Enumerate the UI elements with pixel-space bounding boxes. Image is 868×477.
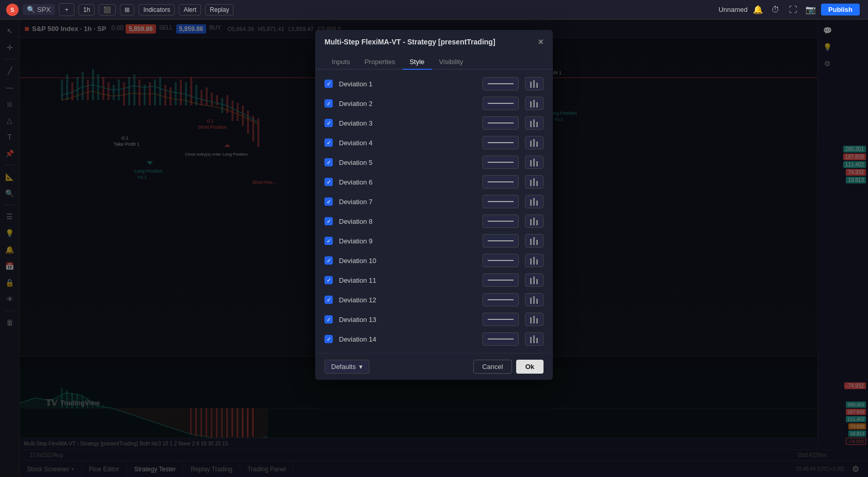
ok-button[interactable]: Ok	[516, 360, 544, 374]
deviation-bars-button-6[interactable]	[525, 175, 544, 189]
deviation-line-button-14[interactable]	[483, 332, 519, 346]
svg-rect-71	[530, 121, 532, 127]
deviation-checkbox-12[interactable]	[324, 296, 333, 304]
deviation-row-5: Deviation 5	[315, 152, 553, 172]
deviation-checkbox-4[interactable]	[324, 139, 333, 147]
svg-rect-95	[530, 278, 532, 284]
svg-rect-81	[533, 178, 535, 186]
defaults-button[interactable]: Defaults ▾	[324, 360, 369, 374]
deviation-checkbox-2[interactable]	[324, 99, 333, 107]
deviation-bars-button-13[interactable]	[525, 313, 544, 326]
deviation-row-6: Deviation 6	[315, 172, 553, 192]
deviation-line-button-11[interactable]	[483, 273, 519, 287]
deviation-line-button-10[interactable]	[483, 254, 519, 267]
indicators-button[interactable]: Indicators	[138, 4, 175, 16]
dialog-title: Multi-Step FlexiMA-VT - Strategy [presen…	[324, 38, 495, 46]
user-avatar[interactable]: S	[6, 4, 19, 16]
deviation-checkbox-3[interactable]	[324, 119, 333, 127]
deviation-label-11: Deviation 11	[339, 276, 476, 284]
svg-rect-68	[530, 101, 532, 107]
deviation-line-button-8[interactable]	[483, 214, 519, 228]
svg-rect-100	[536, 299, 538, 304]
top-bar: S 🔍 SPX ＋ 1h ⬛ ⊞ Indicators Alert Replay…	[0, 0, 868, 20]
deviation-line-button-2[interactable]	[483, 97, 519, 110]
deviation-row-12: Deviation 12	[315, 290, 553, 310]
dialog-close-button[interactable]: ×	[538, 37, 544, 47]
svg-rect-83	[530, 199, 532, 206]
deviation-bars-button-11[interactable]	[525, 273, 544, 287]
deviation-line-button-1[interactable]	[483, 77, 519, 90]
svg-rect-89	[530, 239, 532, 245]
deviation-checkbox-14[interactable]	[324, 335, 333, 343]
deviation-label-14: Deviation 14	[339, 335, 476, 343]
deviation-checkbox-7[interactable]	[324, 197, 333, 206]
svg-rect-88	[536, 220, 538, 225]
dialog-overlay: Multi-Step FlexiMA-VT - Strategy [presen…	[0, 20, 868, 477]
deviation-checkbox-8[interactable]	[324, 217, 333, 225]
tab-visibility[interactable]: Visibility	[432, 55, 471, 70]
deviation-checkbox-1[interactable]	[324, 80, 333, 88]
svg-rect-80	[530, 180, 532, 186]
deviation-row-13: Deviation 13	[315, 310, 553, 329]
deviation-checkbox-11[interactable]	[324, 276, 333, 284]
tab-properties[interactable]: Properties	[357, 55, 402, 70]
deviation-bars-button-9[interactable]	[525, 234, 544, 248]
deviation-bars-button-14[interactable]	[525, 332, 544, 346]
timeframe-button[interactable]: 1h	[79, 4, 95, 16]
deviation-checkbox-9[interactable]	[324, 237, 333, 245]
deviation-line-button-9[interactable]	[483, 234, 519, 248]
deviation-label-4: Deviation 4	[339, 139, 476, 147]
deviation-checkbox-5[interactable]	[324, 158, 333, 166]
deviation-bars-button-5[interactable]	[525, 156, 544, 169]
deviation-line-button-13[interactable]	[483, 313, 519, 326]
deviation-line-button-3[interactable]	[483, 116, 519, 130]
svg-rect-79	[536, 161, 538, 166]
deviation-label-12: Deviation 12	[339, 296, 476, 304]
deviation-bars-button-4[interactable]	[525, 136, 544, 149]
deviation-bars-button-12[interactable]	[525, 293, 544, 306]
tab-style[interactable]: Style	[402, 55, 432, 70]
fullscreen-icon[interactable]: ⛶	[786, 3, 800, 17]
deviation-row-2: Deviation 2	[315, 94, 553, 113]
tab-inputs[interactable]: Inputs	[324, 55, 357, 70]
svg-rect-67	[536, 83, 538, 88]
deviation-bars-button-3[interactable]	[525, 116, 544, 130]
strategy-settings-dialog: Multi-Step FlexiMA-VT - Strategy [presen…	[315, 30, 553, 380]
deviation-bars-button-7[interactable]	[525, 195, 544, 208]
search-box[interactable]: 🔍 SPX	[23, 4, 55, 15]
replay-button[interactable]: Replay	[205, 4, 234, 16]
notification-icon[interactable]: 🔔	[751, 3, 765, 17]
screenshot-icon[interactable]: 📷	[803, 3, 818, 17]
svg-rect-82	[536, 181, 538, 186]
cancel-button[interactable]: Cancel	[473, 360, 512, 374]
svg-rect-98	[530, 298, 532, 304]
publish-button[interactable]: Publish	[821, 4, 860, 16]
deviation-bars-button-8[interactable]	[525, 214, 544, 228]
clock-icon[interactable]: ⏱	[768, 3, 783, 17]
deviation-line-button-7[interactable]	[483, 195, 519, 208]
deviation-row-7: Deviation 7	[315, 192, 553, 211]
footer-right: Cancel Ok	[473, 360, 544, 374]
deviation-line-button-12[interactable]	[483, 293, 519, 306]
deviation-line-button-5[interactable]	[483, 156, 519, 169]
alert-button[interactable]: Alert	[179, 4, 201, 16]
deviation-label-7: Deviation 7	[339, 198, 476, 206]
deviation-label-2: Deviation 2	[339, 100, 476, 107]
chart-view-button[interactable]: ⊞	[120, 4, 134, 16]
deviation-row-10: Deviation 10	[315, 251, 553, 270]
deviation-line-button-6[interactable]	[483, 175, 519, 189]
top-bar-left: S 🔍 SPX ＋ 1h ⬛ ⊞ Indicators Alert Replay	[0, 3, 719, 16]
chart-type-button[interactable]: ⬛	[99, 4, 116, 16]
deviation-bars-button-10[interactable]	[525, 254, 544, 267]
deviation-bars-button-2[interactable]	[525, 97, 544, 110]
deviation-checkbox-13[interactable]	[324, 315, 333, 324]
deviation-label-8: Deviation 8	[339, 218, 476, 225]
deviation-label-10: Deviation 10	[339, 257, 476, 265]
deviation-checkbox-6[interactable]	[324, 178, 333, 186]
add-chart-button[interactable]: ＋	[59, 3, 74, 16]
deviation-checkbox-10[interactable]	[324, 256, 333, 265]
svg-rect-105	[533, 335, 535, 343]
deviation-line-button-4[interactable]	[483, 136, 519, 149]
top-bar-right: Unnamed 🔔 ⏱ ⛶ 📷 Publish	[719, 3, 868, 17]
deviation-bars-button-1[interactable]	[525, 77, 544, 90]
